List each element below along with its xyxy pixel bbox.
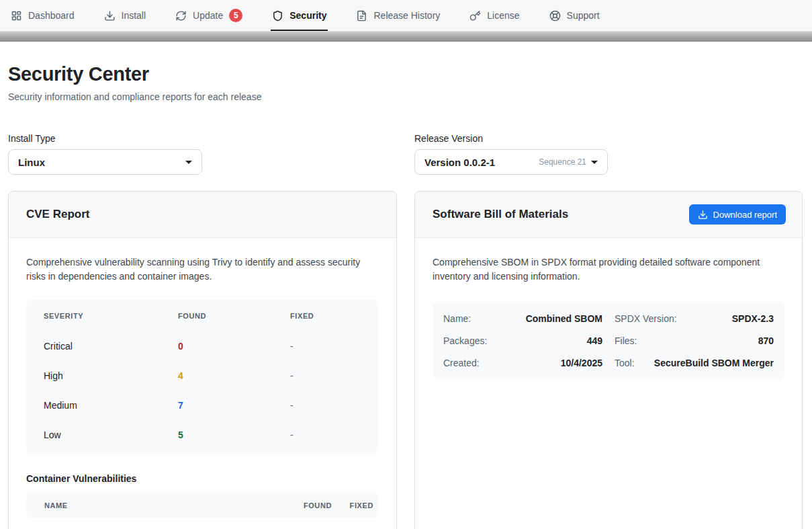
container-vulnerabilities-title: Container Vulnerabilities xyxy=(26,473,379,484)
filters-row: Install Type Linux Release Version Versi… xyxy=(8,133,803,175)
sbom-card-title: Software Bill of Materials xyxy=(433,208,568,221)
severity-label: High xyxy=(44,370,178,381)
table-row-high: High 4 - xyxy=(26,361,379,391)
fixed-count: - xyxy=(290,430,379,440)
install-type-select[interactable]: Linux xyxy=(8,149,202,175)
nav-label: Install xyxy=(122,10,146,21)
sbom-card-header: Software Bill of Materials Download repo… xyxy=(415,192,802,238)
detail-value: 870 xyxy=(758,335,774,346)
fixed-count: - xyxy=(290,370,379,381)
detail-label: Files: xyxy=(615,335,637,346)
detail-value: 449 xyxy=(587,335,602,346)
nav-label: Security xyxy=(289,10,326,21)
fixed-count: - xyxy=(290,341,379,352)
column-header: Fixed xyxy=(332,501,373,510)
fixed-count: - xyxy=(290,400,379,411)
found-count: 7 xyxy=(178,400,290,411)
sbom-description: Comprehensive SBOM in SPDX format provid… xyxy=(433,255,784,284)
download-report-button[interactable]: Download report xyxy=(689,204,786,225)
release-version-value: Version 0.0.2-1 xyxy=(424,157,495,168)
detail-label: Tool: xyxy=(615,358,635,368)
severity-table-header: Severity Found Fixed xyxy=(26,300,379,331)
container-table-header: Name Found Fixed xyxy=(26,493,379,518)
sbom-details-grid: Name: Combined SBOM SPDX Version: SPDX-2… xyxy=(433,302,784,379)
table-row-low: Low 5 - xyxy=(26,420,379,450)
table-row-medium: Medium 7 - xyxy=(26,391,379,420)
column-header: Fixed xyxy=(290,312,379,320)
sbom-detail-spdx-version: SPDX Version: SPDX-2.3 xyxy=(615,307,774,329)
detail-value: Combined SBOM xyxy=(526,313,602,324)
detail-value: 10/4/2025 xyxy=(561,358,602,368)
column-header: Found xyxy=(278,501,332,510)
sbom-detail-packages: Packages: 449 xyxy=(443,329,602,352)
download-icon xyxy=(698,210,708,220)
found-count: 0 xyxy=(178,341,290,352)
cve-card-title: CVE Report xyxy=(26,208,89,221)
install-type-filter: Install Type Linux xyxy=(8,133,202,175)
nav-label: Release History xyxy=(373,10,440,21)
detail-label: SPDX Version: xyxy=(615,313,677,324)
nav-label: License xyxy=(487,10,519,21)
cve-report-card: CVE Report Comprehensive vulnerability s… xyxy=(8,191,397,529)
column-header: Name xyxy=(44,501,278,510)
sbom-detail-created: Created: 10/4/2025 xyxy=(443,352,602,374)
nav-label: Dashboard xyxy=(28,10,75,21)
severity-label: Critical xyxy=(44,341,178,352)
page-subtitle: Security information and compliance repo… xyxy=(8,91,803,102)
nav-label: Support xyxy=(567,10,600,21)
severity-label: Medium xyxy=(44,400,178,411)
nav-label: Update xyxy=(193,10,223,21)
scroll-shadow-band xyxy=(0,32,812,42)
sbom-detail-name: Name: Combined SBOM xyxy=(443,307,602,329)
table-row-critical: Critical 0 - xyxy=(26,331,379,361)
chevron-down-icon xyxy=(591,161,598,164)
dashboard-icon xyxy=(11,10,22,22)
download-button-label: Download report xyxy=(713,210,777,220)
cve-description: Comprehensive vulnerability scanning usi… xyxy=(26,255,379,284)
nav-item-license[interactable]: License xyxy=(469,0,519,31)
top-navigation: Dashboard Install Update 5 Security Rele… xyxy=(0,0,812,32)
severity-table: Severity Found Fixed Critical 0 - High 4… xyxy=(26,300,379,454)
nav-item-release-history[interactable]: Release History xyxy=(356,0,440,31)
sbom-card: Software Bill of Materials Download repo… xyxy=(414,191,803,529)
install-type-value: Linux xyxy=(18,157,45,168)
sequence-label: Sequence 21 xyxy=(539,157,586,167)
nav-item-support[interactable]: Support xyxy=(549,0,600,31)
detail-value: SPDX-2.3 xyxy=(732,313,774,324)
release-history-icon xyxy=(356,10,367,22)
column-header: Found xyxy=(178,312,290,320)
install-icon xyxy=(104,10,116,22)
found-count: 4 xyxy=(178,370,290,381)
install-type-label: Install Type xyxy=(8,133,202,144)
detail-label: Name: xyxy=(443,313,471,324)
found-count: 5 xyxy=(178,430,290,440)
sbom-detail-files: Files: 870 xyxy=(615,329,774,352)
nav-item-install[interactable]: Install xyxy=(104,0,146,31)
release-version-filter: Release Version Version 0.0.2-1 Sequence… xyxy=(414,133,608,175)
nav-item-security[interactable]: Security xyxy=(272,0,326,31)
detail-label: Created: xyxy=(443,358,480,368)
security-shield-icon xyxy=(272,10,283,22)
detail-label: Packages: xyxy=(443,335,487,346)
release-version-select[interactable]: Version 0.0.2-1 Sequence 21 xyxy=(414,149,608,175)
cve-card-header: CVE Report xyxy=(9,192,396,238)
license-key-icon xyxy=(469,10,481,22)
column-header: Severity xyxy=(44,312,178,320)
sbom-detail-tool: Tool: SecureBuild SBOM Merger xyxy=(615,352,774,374)
nav-item-update[interactable]: Update 5 xyxy=(175,0,242,31)
detail-value: SecureBuild SBOM Merger xyxy=(654,358,774,368)
update-icon xyxy=(175,10,187,22)
nav-item-dashboard[interactable]: Dashboard xyxy=(11,0,75,31)
support-lifebuoy-icon xyxy=(549,10,561,22)
page-title: Security Center xyxy=(8,63,803,85)
chevron-down-icon xyxy=(185,161,192,164)
release-version-label: Release Version xyxy=(414,133,608,144)
update-count-badge: 5 xyxy=(229,9,242,22)
severity-label: Low xyxy=(44,430,178,440)
